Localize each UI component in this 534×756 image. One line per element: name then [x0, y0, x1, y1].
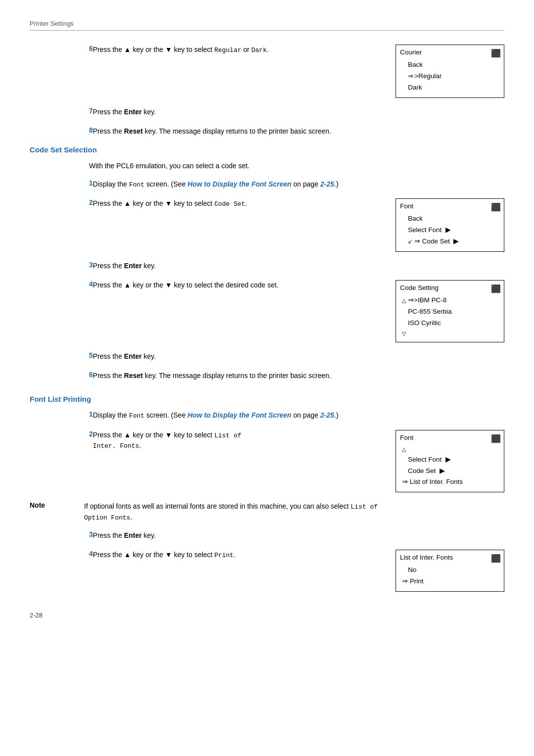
font-panel-cs-title: Font — [400, 201, 500, 212]
step-8: 8 Press the Reset key. The message displ… — [30, 126, 504, 137]
fl-step-4: 4 Press the ▲ key or the ▼ key to select… — [30, 550, 504, 592]
list-inter-print: ⇒ Print — [400, 576, 500, 587]
cs-code-set: Code Set — [214, 200, 245, 208]
cs-step-3: 3 Press the Enter key. — [30, 261, 504, 271]
panel-icon-list-inter: ⬛ — [491, 552, 501, 565]
fl-print-code: Print — [214, 552, 233, 559]
font-panel-cs: ⬛ Font Back Select Font ▶ ↙ ⇒ Code Set ▶ — [396, 198, 504, 252]
fl-step-num-3: 3 — [30, 530, 93, 538]
note-list-option: List ofOption Fonts — [84, 503, 378, 521]
fl-page-1: 2-25 — [320, 411, 334, 419]
cs-step-2: 2 Press the ▲ key or the ▼ key to select… — [30, 198, 504, 252]
code-set-intro: With the PCL6 emulation, you can select … — [30, 161, 504, 171]
fl-step-3-content: Press the Enter key. — [93, 530, 504, 541]
page-header: Printer Settings — [30, 20, 504, 31]
cs-step-4: 4 Press the ▲ key or the ▼ key to select… — [30, 280, 504, 342]
fl-step-1: 1 Display the Font screen. (See How to D… — [30, 410, 504, 421]
fl-step-num-2: 2 — [30, 430, 93, 438]
step-8-reset: Reset — [124, 127, 143, 135]
code-setting-iso: ISO Cyrillic — [400, 318, 500, 329]
fl-step-2-text: Press the ▲ key or the ▼ key to select L… — [93, 430, 381, 451]
cs-step-2-text: Press the ▲ key or the ▼ key to select C… — [93, 198, 381, 209]
step-number-8: 8 — [30, 126, 93, 134]
panel-icon-courier: ⬛ — [491, 47, 501, 60]
cs-step-5: 5 Press the Enter key. — [30, 351, 504, 362]
fl-step-4-text: Press the ▲ key or the ▼ key to select P… — [93, 550, 381, 561]
step-8-content: Press the Reset key. The message display… — [93, 126, 504, 137]
courier-panel-back: Back — [400, 59, 500, 71]
fl-step-num-1: 1 — [30, 410, 93, 418]
courier-panel-regular: ⇒>Regular — [400, 71, 500, 82]
cs-step-4-text: Press the ▲ key or the ▼ key to select t… — [93, 280, 381, 290]
note-content: If optional fonts as well as internal fo… — [84, 501, 504, 522]
cs-step-num-5: 5 — [30, 351, 93, 359]
page-number: 2-28 — [30, 612, 43, 619]
fl-list-code: List ofInter. Fonts — [93, 432, 241, 450]
fl-link-1: How to Display the Font Screen — [187, 411, 291, 419]
cs-font-code: Font — [129, 181, 144, 189]
cs-step-5-enter: Enter — [124, 352, 142, 360]
code-setting-pc855: PC-855 Serbia — [400, 306, 500, 318]
cs-step-num-4: 4 — [30, 280, 93, 288]
fl-note: Note If optional fonts as well as intern… — [30, 501, 504, 522]
cs-step-1-content: Display the Font screen. (See How to Dis… — [93, 179, 504, 190]
cs-step-6-content: Press the Reset key. The message display… — [93, 371, 504, 381]
fl-panel-list: ⇒ List of Inter. Fonts — [400, 476, 500, 488]
step-7-content: Press the Enter key. — [93, 107, 504, 117]
font-list-section: Font List Printing 1 Display the Font sc… — [30, 395, 504, 592]
cs-step-2-content: Press the ▲ key or the ▼ key to select C… — [93, 198, 504, 252]
cs-step-3-content: Press the Enter key. — [93, 261, 504, 271]
courier-panel-title: Courier — [400, 47, 500, 58]
panel-icon-code-setting: ⬛ — [491, 282, 501, 295]
courier-panel: ⬛ Courier Back ⇒>Regular Dark — [396, 45, 504, 98]
cs-step-num-1: 1 — [30, 179, 93, 187]
fl-step-1-content: Display the Font screen. (See How to Dis… — [93, 410, 504, 421]
code-setting-down: ▽ — [400, 329, 500, 338]
fl-font-code: Font — [129, 412, 144, 420]
code-set-section: Code Set Selection With the PCL6 emulati… — [30, 145, 504, 381]
code-setting-title: Code Setting — [400, 283, 500, 294]
cs-page-1: 2-25 — [320, 180, 334, 188]
fl-step-2: 2 Press the ▲ key or the ▼ key to select… — [30, 430, 504, 492]
step-7-enter: Enter — [124, 108, 142, 116]
font-panel-back: Back — [400, 213, 500, 225]
font-list-heading: Font List Printing — [30, 395, 504, 403]
panel-icon-font-cs: ⬛ — [491, 200, 501, 214]
panel-icon-font-fl: ⬛ — [491, 432, 501, 445]
fl-step-2-content: Press the ▲ key or the ▼ key to select L… — [93, 430, 504, 492]
fl-step-3: 3 Press the Enter key. — [30, 530, 504, 541]
step-number-7: 7 — [30, 107, 93, 115]
cs-step-4-content: Press the ▲ key or the ▼ key to select t… — [93, 280, 504, 342]
code-setting-panel: ⬛ Code Setting △ ⇒>IBM PC-8 PC-855 Serbi… — [396, 280, 504, 342]
step-7: 7 Press the Enter key. — [30, 107, 504, 117]
cs-step-num-3: 3 — [30, 261, 93, 269]
note-label: Note — [30, 501, 84, 509]
cs-step-6: 6 Press the Reset key. The message displ… — [30, 371, 504, 381]
step-6a-text: Press the ▲ key or the ▼ key to select R… — [93, 45, 381, 55]
header-title: Printer Settings — [30, 20, 74, 27]
font-panel-fl: ⬛ Font △ Select Font ▶ Code Set ▶ ⇒ List… — [396, 430, 504, 492]
courier-panel-dark: Dark — [400, 82, 500, 94]
cs-step-3-enter: Enter — [124, 262, 142, 270]
font-panel-fl-title: Font — [400, 432, 500, 444]
fl-step-3-enter: Enter — [124, 531, 142, 539]
fl-panel-select-font: Select Font ▶ — [400, 454, 500, 466]
step-6a-content: Press the ▲ key or the ▼ key to select R… — [93, 45, 504, 98]
cs-step-5-content: Press the Enter key. — [93, 351, 504, 362]
list-inter-title: List of Inter. Fonts — [400, 552, 500, 564]
list-inter-panel: ⬛ List of Inter. Fonts No ⇒ Print — [396, 550, 504, 592]
fl-panel-code-set: Code Set ▶ — [400, 466, 500, 477]
step-number-6a: 6 — [30, 45, 93, 52]
code-setting-ibm: △ ⇒>IBM PC-8 — [400, 295, 500, 306]
cs-link-1: How to Display the Font Screen — [187, 180, 291, 188]
font-panel-code-set: ↙ ⇒ Code Set ▶ — [400, 236, 500, 247]
fl-step-num-4: 4 — [30, 550, 93, 558]
fl-panel-up: △ — [400, 445, 500, 454]
code-set-heading: Code Set Selection — [30, 145, 504, 154]
cs-step-num-6: 6 — [30, 371, 93, 378]
code-regular: Regular — [214, 47, 241, 54]
step-6-courier: 6 Press the ▲ key or the ▼ key to select… — [30, 45, 504, 98]
fl-step-4-content: Press the ▲ key or the ▼ key to select P… — [93, 550, 504, 592]
font-panel-select-font: Select Font ▶ — [400, 225, 500, 236]
cs-step-num-2: 2 — [30, 198, 93, 206]
